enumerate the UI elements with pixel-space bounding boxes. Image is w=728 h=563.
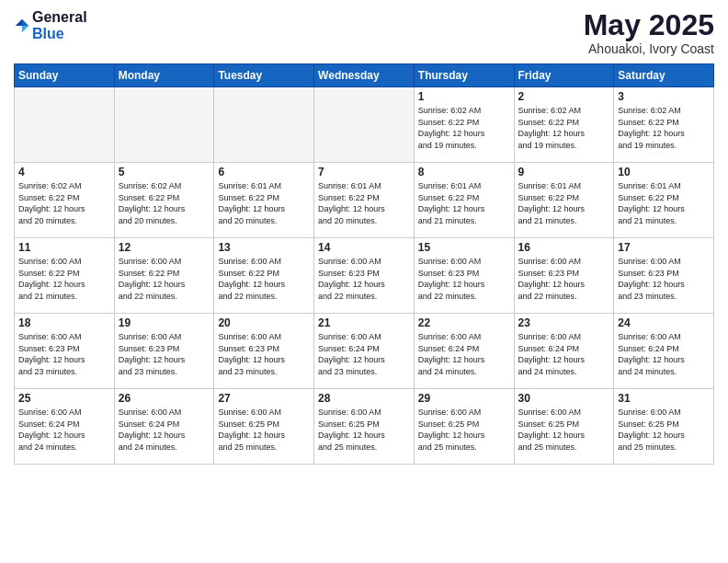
logo-text: General Blue [32, 9, 87, 41]
calendar: SundayMondayTuesdayWednesdayThursdayFrid… [14, 63, 714, 465]
logo-icon [14, 17, 30, 34]
calendar-day-cell: 29Sunrise: 6:00 AMSunset: 6:25 PMDayligh… [414, 389, 514, 465]
day-number: 9 [518, 166, 610, 178]
day-number: 2 [518, 90, 610, 103]
calendar-day-cell: 31Sunrise: 6:00 AMSunset: 6:25 PMDayligh… [614, 389, 714, 465]
calendar-day-cell: 1Sunrise: 6:02 AMSunset: 6:22 PMDaylight… [414, 87, 514, 163]
calendar-week-row: 18Sunrise: 6:00 AMSunset: 6:23 PMDayligh… [15, 314, 714, 389]
day-number: 27 [218, 392, 310, 405]
day-info: Sunrise: 6:00 AMSunset: 6:25 PMDaylight:… [618, 407, 710, 453]
calendar-day-cell: 19Sunrise: 6:00 AMSunset: 6:23 PMDayligh… [114, 314, 214, 389]
calendar-day-cell: 24Sunrise: 6:00 AMSunset: 6:24 PMDayligh… [614, 314, 714, 389]
calendar-day-cell: 15Sunrise: 6:00 AMSunset: 6:23 PMDayligh… [414, 238, 514, 314]
day-number: 4 [18, 166, 110, 178]
calendar-day-cell: 17Sunrise: 6:00 AMSunset: 6:23 PMDayligh… [614, 238, 714, 314]
calendar-day-cell: 25Sunrise: 6:00 AMSunset: 6:24 PMDayligh… [15, 389, 115, 465]
calendar-day-cell: 6Sunrise: 6:01 AMSunset: 6:22 PMDaylight… [214, 163, 314, 238]
day-number: 10 [618, 166, 710, 178]
calendar-week-row: 11Sunrise: 6:00 AMSunset: 6:22 PMDayligh… [15, 238, 714, 314]
day-info: Sunrise: 6:00 AMSunset: 6:23 PMDaylight:… [318, 256, 410, 302]
calendar-day-cell: 18Sunrise: 6:00 AMSunset: 6:23 PMDayligh… [15, 314, 115, 389]
day-number: 7 [318, 166, 410, 178]
day-info: Sunrise: 6:00 AMSunset: 6:24 PMDaylight:… [518, 331, 610, 377]
location: Ahouakoi, Ivory Coast [584, 41, 714, 56]
day-number: 28 [318, 392, 410, 405]
calendar-day-cell: 13Sunrise: 6:00 AMSunset: 6:22 PMDayligh… [214, 238, 314, 314]
calendar-day-cell: 23Sunrise: 6:00 AMSunset: 6:24 PMDayligh… [514, 314, 614, 389]
weekday-row: SundayMondayTuesdayWednesdayThursdayFrid… [15, 64, 714, 87]
logo-general: General [32, 9, 87, 26]
calendar-day-cell: 16Sunrise: 6:00 AMSunset: 6:23 PMDayligh… [514, 238, 614, 314]
day-number: 8 [418, 166, 510, 178]
calendar-day-cell: 14Sunrise: 6:00 AMSunset: 6:23 PMDayligh… [314, 238, 415, 314]
calendar-day-cell: 5Sunrise: 6:02 AMSunset: 6:22 PMDaylight… [114, 163, 214, 238]
weekday-header: Saturday [614, 64, 714, 87]
day-info: Sunrise: 6:01 AMSunset: 6:22 PMDaylight:… [218, 180, 310, 226]
day-number: 21 [318, 316, 410, 329]
calendar-day-cell: 4Sunrise: 6:02 AMSunset: 6:22 PMDaylight… [15, 163, 115, 238]
day-number: 13 [218, 241, 310, 254]
day-number: 19 [119, 316, 210, 329]
calendar-week-row: 25Sunrise: 6:00 AMSunset: 6:24 PMDayligh… [15, 389, 714, 465]
day-info: Sunrise: 6:00 AMSunset: 6:24 PMDaylight:… [318, 331, 410, 377]
day-info: Sunrise: 6:00 AMSunset: 6:23 PMDaylight:… [218, 331, 310, 377]
calendar-day-cell: 7Sunrise: 6:01 AMSunset: 6:22 PMDaylight… [314, 163, 415, 238]
calendar-day-cell: 20Sunrise: 6:00 AMSunset: 6:23 PMDayligh… [214, 314, 314, 389]
day-info: Sunrise: 6:01 AMSunset: 6:22 PMDaylight:… [618, 180, 710, 226]
day-info: Sunrise: 6:00 AMSunset: 6:24 PMDaylight:… [18, 407, 110, 453]
day-info: Sunrise: 6:00 AMSunset: 6:24 PMDaylight:… [618, 331, 710, 377]
header: General Blue May 2025 Ahouakoi, Ivory Co… [14, 9, 714, 56]
calendar-day-cell [15, 87, 115, 163]
svg-marker-2 [16, 18, 22, 25]
weekday-header: Monday [114, 64, 214, 87]
calendar-day-cell: 8Sunrise: 6:01 AMSunset: 6:22 PMDaylight… [414, 163, 514, 238]
day-info: Sunrise: 6:02 AMSunset: 6:22 PMDaylight:… [18, 180, 110, 226]
day-info: Sunrise: 6:00 AMSunset: 6:22 PMDaylight:… [18, 256, 110, 302]
day-number: 16 [518, 241, 610, 254]
day-number: 26 [119, 392, 210, 405]
day-info: Sunrise: 6:00 AMSunset: 6:25 PMDaylight:… [418, 407, 510, 453]
day-info: Sunrise: 6:01 AMSunset: 6:22 PMDaylight:… [318, 180, 410, 226]
day-number: 17 [618, 241, 710, 254]
day-number: 30 [518, 392, 610, 405]
calendar-day-cell: 2Sunrise: 6:02 AMSunset: 6:22 PMDaylight… [514, 87, 614, 163]
day-info: Sunrise: 6:00 AMSunset: 6:23 PMDaylight:… [119, 331, 210, 377]
day-info: Sunrise: 6:02 AMSunset: 6:22 PMDaylight:… [518, 105, 610, 151]
day-number: 25 [18, 392, 110, 405]
title-block: May 2025 Ahouakoi, Ivory Coast [584, 9, 714, 56]
calendar-day-cell: 26Sunrise: 6:00 AMSunset: 6:24 PMDayligh… [114, 389, 214, 465]
weekday-header: Friday [514, 64, 614, 87]
day-info: Sunrise: 6:01 AMSunset: 6:22 PMDaylight:… [518, 180, 610, 226]
calendar-day-cell: 27Sunrise: 6:00 AMSunset: 6:25 PMDayligh… [214, 389, 314, 465]
day-info: Sunrise: 6:00 AMSunset: 6:25 PMDaylight:… [518, 407, 610, 453]
day-number: 12 [119, 241, 210, 254]
calendar-body: 1Sunrise: 6:02 AMSunset: 6:22 PMDaylight… [15, 87, 714, 465]
month-title: May 2025 [584, 9, 714, 41]
weekday-header: Tuesday [214, 64, 314, 87]
calendar-day-cell [114, 87, 214, 163]
day-number: 3 [618, 90, 710, 103]
day-info: Sunrise: 6:02 AMSunset: 6:22 PMDaylight:… [119, 180, 210, 226]
day-number: 15 [418, 241, 510, 254]
calendar-day-cell: 22Sunrise: 6:00 AMSunset: 6:24 PMDayligh… [414, 314, 514, 389]
day-number: 20 [218, 316, 310, 329]
day-info: Sunrise: 6:00 AMSunset: 6:24 PMDaylight:… [418, 331, 510, 377]
day-info: Sunrise: 6:00 AMSunset: 6:23 PMDaylight:… [518, 256, 610, 302]
calendar-day-cell: 12Sunrise: 6:00 AMSunset: 6:22 PMDayligh… [114, 238, 214, 314]
day-info: Sunrise: 6:00 AMSunset: 6:23 PMDaylight:… [618, 256, 710, 302]
day-info: Sunrise: 6:00 AMSunset: 6:25 PMDaylight:… [218, 407, 310, 453]
calendar-day-cell: 11Sunrise: 6:00 AMSunset: 6:22 PMDayligh… [15, 238, 115, 314]
day-info: Sunrise: 6:00 AMSunset: 6:24 PMDaylight:… [119, 407, 210, 453]
day-info: Sunrise: 6:00 AMSunset: 6:23 PMDaylight:… [418, 256, 510, 302]
calendar-week-row: 1Sunrise: 6:02 AMSunset: 6:22 PMDaylight… [15, 87, 714, 163]
day-info: Sunrise: 6:00 AMSunset: 6:23 PMDaylight:… [18, 331, 110, 377]
weekday-header: Thursday [414, 64, 514, 87]
day-number: 6 [218, 166, 310, 178]
logo-blue: Blue [32, 26, 87, 42]
day-info: Sunrise: 6:02 AMSunset: 6:22 PMDaylight:… [618, 105, 710, 151]
day-info: Sunrise: 6:02 AMSunset: 6:22 PMDaylight:… [418, 105, 510, 151]
calendar-header: SundayMondayTuesdayWednesdayThursdayFrid… [15, 64, 714, 87]
weekday-header: Wednesday [314, 64, 415, 87]
calendar-day-cell [314, 87, 415, 163]
svg-marker-1 [22, 26, 28, 32]
